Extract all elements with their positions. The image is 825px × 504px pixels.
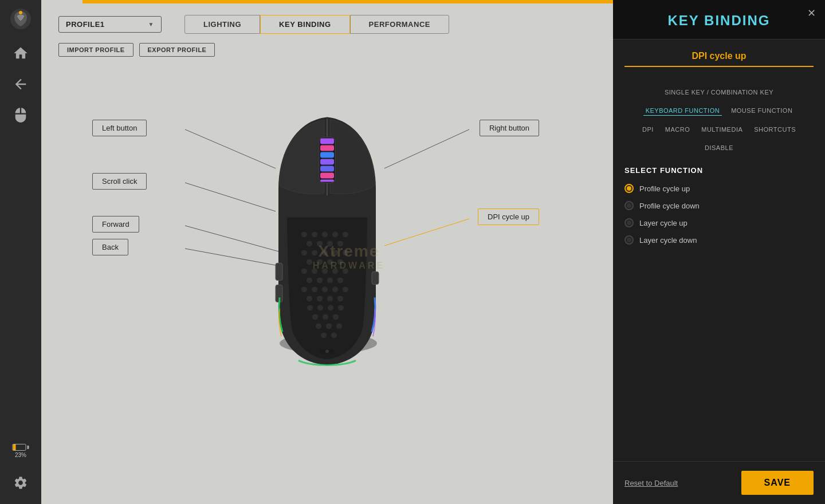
svg-point-27 (301, 268, 307, 274)
option-layer-cycle-up[interactable]: Layer cycle up (624, 218, 814, 227)
mouse-body (247, 103, 407, 377)
svg-rect-61 (320, 152, 334, 158)
svg-point-49 (312, 314, 318, 320)
svg-point-52 (316, 323, 321, 329)
sidebar: 23% (0, 0, 41, 504)
svg-point-54 (336, 323, 342, 329)
sidebar-item-home[interactable] (7, 40, 34, 66)
label-back[interactable]: Back (92, 239, 128, 255)
tab-performance[interactable]: PERFORMANCE (350, 15, 449, 34)
save-button[interactable]: SAVE (741, 471, 814, 495)
battery-icon (13, 444, 29, 451)
tab-dpi[interactable]: DPI (640, 125, 656, 134)
radio-layer-cycle-up (624, 218, 634, 227)
tab-disable[interactable]: DISABLE (702, 143, 736, 152)
svg-point-56 (331, 332, 337, 338)
svg-point-13 (343, 231, 348, 237)
battery-text: 23% (15, 452, 26, 458)
svg-point-28 (312, 268, 317, 274)
svg-rect-66 (276, 263, 282, 280)
svg-rect-64 (320, 172, 334, 178)
svg-point-22 (343, 250, 348, 255)
svg-point-17 (337, 241, 343, 246)
svg-point-21 (332, 250, 338, 255)
svg-point-39 (332, 286, 338, 292)
sidebar-item-back[interactable] (7, 71, 34, 97)
svg-point-18 (301, 250, 307, 255)
svg-point-33 (317, 277, 323, 283)
tab-macro[interactable]: MACRO (663, 125, 692, 134)
label-forward[interactable]: Forward (92, 216, 139, 233)
panel-header: KEY BINDING (613, 0, 825, 40)
tab-lighting[interactable]: LIGHTING (184, 15, 260, 34)
option-label-profile-cycle-up: Profile cycle up (639, 184, 690, 193)
svg-point-55 (321, 332, 327, 338)
svg-point-36 (301, 286, 307, 292)
sidebar-item-settings[interactable] (13, 475, 28, 493)
svg-point-15 (317, 241, 323, 246)
svg-point-11 (322, 231, 328, 237)
svg-point-35 (337, 277, 343, 283)
profile-dropdown[interactable]: PROFILE1 ▼ (58, 16, 162, 33)
svg-point-16 (327, 241, 333, 246)
panel-title: KEY BINDING (624, 13, 814, 29)
top-controls: PROFILE1 ▼ LIGHTING KEY BINDING PERFORMA… (58, 15, 596, 34)
main-content: PROFILE1 ▼ LIGHTING KEY BINDING PERFORMA… (41, 0, 613, 504)
import-profile-button[interactable]: IMPORT PROFILE (58, 43, 133, 57)
tab-keyboard-function[interactable]: KEYBOARD FUNCTION (643, 106, 722, 116)
svg-point-32 (307, 277, 312, 283)
radio-profile-cycle-up (624, 184, 634, 193)
content-area: PROFILE1 ▼ LIGHTING KEY BINDING PERFORMA… (41, 0, 613, 435)
sidebar-item-mouse[interactable] (7, 102, 34, 128)
svg-point-14 (307, 241, 312, 246)
right-panel: ✕ KEY BINDING DPI cycle up SINGLE KEY / … (613, 0, 825, 504)
svg-point-41 (307, 296, 312, 301)
label-dpi-cycle-up[interactable]: DPI cycle up (478, 208, 539, 225)
svg-point-48 (338, 305, 344, 310)
tab-key-binding[interactable]: KEY BINDING (260, 15, 350, 34)
nav-tabs: LIGHTING KEY BINDING PERFORMANCE (184, 15, 449, 34)
panel-footer: Reset to Default SAVE (613, 461, 825, 504)
svg-point-42 (317, 296, 323, 301)
svg-point-1 (19, 11, 22, 14)
option-profile-cycle-down[interactable]: Profile cycle down (624, 201, 814, 210)
svg-rect-59 (320, 138, 334, 144)
option-profile-cycle-up[interactable]: Profile cycle up (624, 184, 814, 193)
radio-profile-cycle-down (624, 201, 634, 210)
svg-point-47 (328, 305, 333, 310)
reset-to-default-button[interactable]: Reset to Default (624, 479, 678, 487)
profile-buttons: IMPORT PROFILE EXPORT PROFILE (58, 43, 596, 57)
svg-rect-62 (320, 159, 334, 164)
tab-mouse-function[interactable]: MOUSE FUNCTION (729, 106, 795, 116)
svg-point-70 (325, 349, 329, 353)
svg-point-40 (343, 286, 348, 292)
panel-close-button[interactable]: ✕ (807, 7, 816, 19)
svg-rect-65 (320, 179, 334, 182)
svg-point-24 (317, 259, 323, 265)
svg-point-10 (312, 231, 317, 237)
option-label-layer-cycle-up: Layer cycle up (639, 219, 688, 227)
svg-point-9 (301, 231, 307, 237)
option-label-profile-cycle-down: Profile cycle down (639, 202, 700, 210)
svg-rect-68 (372, 271, 379, 284)
export-profile-button[interactable]: EXPORT PROFILE (139, 43, 215, 57)
panel-body: DPI cycle up SINGLE KEY / COMBINATION KE… (613, 40, 825, 461)
label-left-button[interactable]: Left button (92, 120, 147, 136)
tab-multimedia[interactable]: MULTIMEDIA (699, 125, 745, 134)
svg-point-31 (343, 268, 348, 274)
top-accent-bar (82, 0, 613, 3)
svg-point-34 (327, 277, 333, 283)
svg-point-46 (317, 305, 323, 310)
option-layer-cycle-down[interactable]: Layer cycle down (624, 235, 814, 245)
label-scroll-click[interactable]: Scroll click (92, 173, 147, 190)
svg-point-12 (332, 231, 338, 237)
svg-point-38 (322, 286, 328, 292)
tab-shortcuts[interactable]: SHORTCUTS (752, 125, 798, 134)
svg-rect-60 (320, 145, 334, 151)
current-function-label: DPI cycle up (624, 51, 814, 67)
svg-point-23 (307, 259, 312, 265)
label-right-button[interactable]: Right button (480, 120, 539, 136)
tab-single-key[interactable]: SINGLE KEY / COMBINATION KEY (662, 88, 776, 97)
svg-point-43 (327, 296, 333, 301)
svg-point-19 (312, 250, 317, 255)
